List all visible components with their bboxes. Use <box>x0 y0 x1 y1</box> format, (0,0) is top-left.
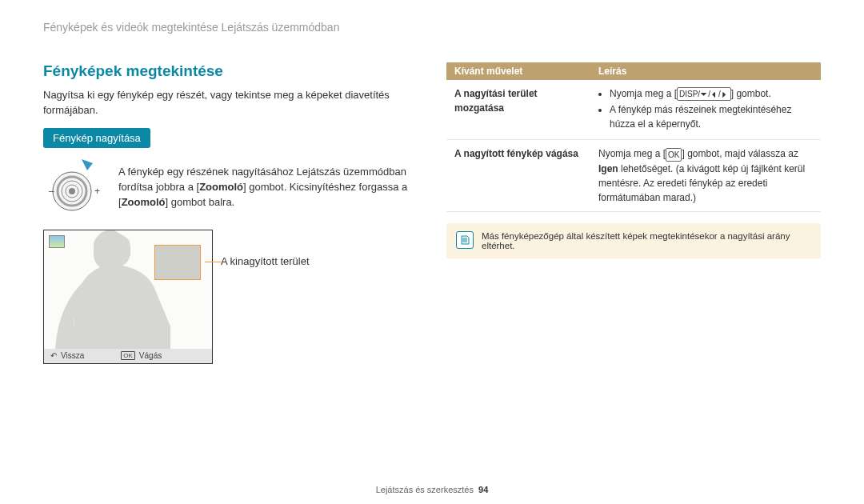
table-row: A nagyítási terület mozgatása Nyomja meg… <box>446 80 821 140</box>
ok-icon: OK <box>121 351 135 360</box>
left-column: Fényképek megtekintése Nagyítsa ki egy f… <box>43 62 418 364</box>
table-row: A nagyított fénykép vágása Nyomja meg a … <box>446 140 821 211</box>
crop-callout: A kinagyított terület <box>221 255 310 267</box>
note-box: Más fényképezőgép által készített képek … <box>446 223 821 258</box>
ok-button-icon: OK <box>666 148 682 162</box>
back-label: Vissza <box>61 351 84 360</box>
subsection-pill: Fénykép nagyítása <box>43 128 150 148</box>
zoom-dial-illustration: – + <box>43 158 109 218</box>
svg-text:+: + <box>94 186 100 197</box>
row-desc: Nyomja meg a [OK] gombot, majd válassza … <box>590 140 821 211</box>
row-action: A nagyított fénykép vágása <box>446 140 590 211</box>
crop-rectangle <box>154 245 201 280</box>
note-text: Más fényképezőgép által készített képek … <box>482 231 811 250</box>
svg-marker-0 <box>82 159 93 170</box>
table-header-action: Kívánt művelet <box>446 62 590 80</box>
back-icon: ↶ <box>50 351 57 360</box>
svg-point-5 <box>69 188 75 194</box>
page-header: Fényképek és videók megtekintése Lejátsz… <box>43 21 821 34</box>
direction-buttons-icon: DISP/⏷/⏴/⏵ <box>677 87 731 101</box>
enlarged-preview-screen: ↶ Vissza OK Vágás <box>43 230 213 364</box>
row-desc: Nyomja meg a [DISP/⏷/⏴/⏵] gombot. A fény… <box>590 80 821 140</box>
preview-status-bar: ↶ Vissza OK Vágás <box>44 349 212 363</box>
section-title: Fényképek megtekintése <box>43 62 418 80</box>
intro-text: Nagyítsa ki egy fénykép egy részét, vagy… <box>43 88 418 118</box>
note-icon <box>456 231 474 249</box>
row-action: A nagyítási terület mozgatása <box>446 80 590 140</box>
zoom-description: A fénykép egy részének nagyításához Lejá… <box>118 165 418 210</box>
operations-table: Kívánt művelet Leírás A nagyítási terüle… <box>446 62 821 212</box>
thumbnail-icon <box>49 235 65 248</box>
table-header-desc: Leírás <box>590 62 821 80</box>
svg-text:–: – <box>49 186 54 197</box>
right-column: Kívánt művelet Leírás A nagyítási terüle… <box>446 62 821 364</box>
page-footer: Lejátszás és szerkesztés 94 <box>0 485 864 494</box>
crop-status-label: Vágás <box>139 351 162 360</box>
